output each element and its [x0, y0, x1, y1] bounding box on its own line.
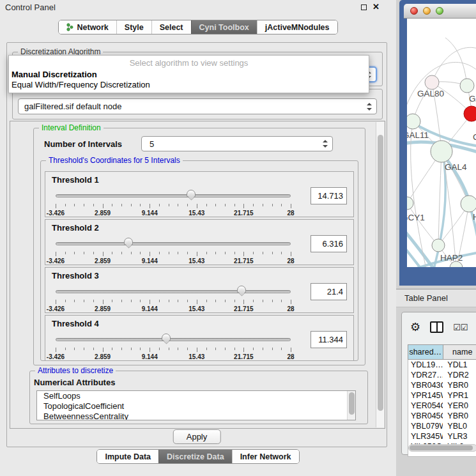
algorithm-option-equal-width[interactable]: Equal Width/Frequency Discretization — [9, 80, 369, 90]
table-cell-shared-name[interactable]: YBR045C — [408, 411, 443, 421]
table-cell-name[interactable]: YLR3 — [443, 431, 476, 441]
table-cell-name[interactable]: YDL1 — [443, 360, 476, 370]
slider-track[interactable] — [56, 290, 291, 293]
network-window-titlebar[interactable] — [404, 4, 476, 19]
apply-button[interactable]: Apply — [173, 429, 221, 444]
table-row[interactable]: YBR043CYBR0 — [408, 380, 476, 390]
threshold-slider[interactable]: -3.4262.8599.14415.4321.71528 — [56, 334, 291, 360]
table-cell-shared-name[interactable]: YPR145W — [408, 390, 443, 401]
slider-thumb[interactable] — [237, 286, 246, 293]
table-cell-shared-name[interactable]: YBR043C — [408, 380, 443, 390]
network-node[interactable] — [431, 141, 452, 162]
attributes-scrollbar-thumb[interactable] — [349, 392, 355, 415]
slider-tick — [178, 252, 178, 254]
slider-track[interactable] — [56, 194, 291, 197]
column-header-shared-name[interactable]: shared… — [408, 344, 443, 360]
tab-style[interactable]: Style — [116, 20, 151, 34]
network-node[interactable] — [461, 196, 476, 212]
select-columns-icon[interactable]: ☑☑ — [453, 323, 468, 332]
slider-thumb[interactable] — [162, 334, 171, 341]
table-row[interactable]: YPR145WYPR1 — [408, 390, 476, 401]
table-row[interactable]: YLR345WYLR3 — [408, 431, 476, 441]
app-root: Control Panel ✕ — [0, 0, 476, 476]
panel-scrollbar[interactable] — [376, 122, 384, 427]
table-cell-name[interactable]: YBL0 — [443, 421, 476, 431]
slider-tick — [215, 300, 216, 302]
network-node[interactable] — [425, 75, 439, 89]
split-columns-icon[interactable] — [430, 321, 443, 333]
attributes-scrollbar[interactable] — [347, 391, 355, 420]
slider-track[interactable] — [56, 242, 291, 245]
float-window-icon[interactable] — [361, 4, 367, 10]
table-header-row: shared… name — [408, 344, 476, 360]
algorithm-option-manual[interactable]: Manual Discretization — [9, 70, 369, 80]
slider-tick — [65, 252, 66, 254]
threshold-value-field[interactable] — [311, 331, 347, 348]
gear-icon[interactable]: ⚙ — [410, 321, 420, 333]
network-node[interactable] — [460, 79, 474, 93]
close-icon[interactable]: ✕ — [372, 2, 380, 12]
table-row[interactable]: YBL079WYBL0 — [408, 421, 476, 431]
network-node[interactable] — [407, 114, 420, 129]
slider-tick — [169, 204, 169, 206]
network-node[interactable] — [464, 106, 476, 121]
slider-thumb[interactable] — [124, 238, 133, 245]
table-horizontal-scrollbar-thumb[interactable] — [410, 445, 473, 450]
table-row[interactable]: YDR27…YDR2 — [408, 370, 476, 380]
tab-discretize-data[interactable]: Discretize Data — [158, 450, 232, 463]
network-node[interactable] — [407, 197, 413, 210]
table-row[interactable]: YER054CYER0 — [408, 401, 476, 411]
panel-scrollbar-thumb[interactable] — [378, 135, 383, 411]
attribute-list-item[interactable]: BetweennessCentrality — [37, 411, 355, 420]
tab-select[interactable]: Select — [151, 20, 191, 34]
table-cell-shared-name[interactable]: YDL19… — [408, 360, 443, 370]
table-cell-name[interactable]: YPR1 — [443, 390, 476, 401]
tab-impute-data[interactable]: Impute Data — [97, 450, 158, 463]
attribute-list-item[interactable]: SelfLoops — [37, 391, 355, 401]
slider-thumb[interactable] — [187, 190, 196, 197]
table-cell-shared-name[interactable]: YER054C — [408, 401, 443, 411]
slider-track[interactable] — [56, 338, 291, 341]
table-data-combobox[interactable]: galFiltered.sif default node — [18, 98, 377, 114]
slider-tick-label: 9.144 — [142, 353, 158, 360]
network-node[interactable] — [432, 239, 445, 252]
table-row[interactable]: YDL19…YDL1 — [408, 360, 476, 370]
network-edge[interactable] — [407, 229, 435, 267]
table-cell-shared-name[interactable]: YDR27… — [408, 370, 443, 380]
tab-jactivemnodules[interactable]: jActiveMNodules — [257, 20, 337, 34]
table-cell-name[interactable]: YDR2 — [443, 370, 476, 380]
table-cell-name[interactable]: YBR0 — [443, 411, 476, 421]
threshold-slider[interactable]: -3.4262.8599.14415.4321.71528 — [56, 286, 291, 312]
network-node-label: GAL11 — [407, 130, 429, 140]
table-cell-shared-name[interactable]: YLR345W — [408, 431, 443, 441]
slider-tick — [234, 204, 235, 206]
threshold-value-field[interactable] — [311, 283, 347, 300]
threshold-box: Threshold 3-3.4262.8599.14415.4321.71528 — [45, 267, 354, 313]
table-row[interactable]: YBR045CYBR0 — [408, 411, 476, 421]
tab-cyni-toolbox[interactable]: Cyni Toolbox — [191, 20, 257, 34]
algorithm-placeholder-option[interactable]: Select algorithm to view settings — [9, 56, 369, 70]
slider-tick — [93, 300, 94, 302]
attribute-list-item[interactable]: TopologicalCoefficient — [37, 401, 355, 411]
minimize-traffic-light-icon[interactable] — [423, 7, 431, 15]
threshold-box: Threshold 2-3.4262.8599.14415.4321.71528 — [45, 219, 354, 265]
zoom-traffic-light-icon[interactable] — [436, 7, 443, 15]
threshold-value-field[interactable] — [311, 187, 347, 204]
network-node-label: H — [473, 212, 476, 222]
network-edge[interactable] — [445, 38, 467, 86]
network-canvas[interactable]: GAL80GACGAL11GAL4GCY1HHAP2 — [407, 19, 476, 267]
threshold-value-field[interactable] — [311, 235, 347, 252]
threshold-slider[interactable]: -3.4262.8599.14415.4321.71528 — [56, 238, 291, 265]
close-traffic-light-icon[interactable] — [410, 7, 418, 15]
tab-infer-network[interactable]: Infer Network — [232, 450, 299, 463]
numerical-attributes-list[interactable]: SelfLoopsTopologicalCoefficientBetweenne… — [36, 390, 356, 420]
table-cell-name[interactable]: YBR0 — [443, 380, 476, 390]
tab-network[interactable]: Network — [59, 20, 116, 34]
network-edge[interactable] — [407, 246, 424, 267]
table-horizontal-scrollbar[interactable] — [408, 444, 476, 452]
column-header-name[interactable]: name — [443, 344, 476, 360]
number-of-intervals-combobox[interactable]: 5 — [141, 136, 333, 151]
threshold-slider[interactable]: -3.4262.8599.14415.4321.71528 — [56, 190, 291, 217]
table-cell-shared-name[interactable]: YBL079W — [408, 421, 443, 431]
table-cell-name[interactable]: YER0 — [443, 401, 476, 411]
